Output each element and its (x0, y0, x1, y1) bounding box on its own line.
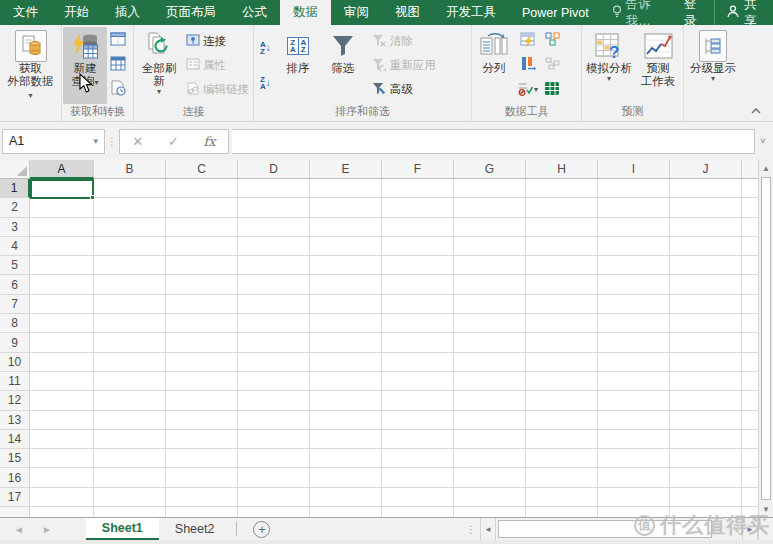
cell-H11[interactable] (526, 372, 598, 391)
cell-G16[interactable] (454, 468, 526, 487)
cell-J1[interactable] (670, 179, 742, 198)
menu-tab-page-layout[interactable]: 页面布局 (153, 0, 229, 25)
column-header-I[interactable]: I (598, 160, 670, 179)
cell-F12[interactable] (382, 391, 454, 410)
cell-H14[interactable] (526, 430, 598, 449)
cell-B2[interactable] (94, 198, 166, 217)
cell-I5[interactable] (598, 256, 670, 275)
fill-handle[interactable] (90, 195, 95, 200)
cell-G15[interactable] (454, 449, 526, 468)
cell-C15[interactable] (166, 449, 238, 468)
cell-H15[interactable] (526, 449, 598, 468)
sheet-tab-sheet1[interactable]: Sheet1 (86, 518, 159, 540)
cell-H16[interactable] (526, 468, 598, 487)
cell-H[interactable] (526, 507, 598, 517)
cell-B4[interactable] (94, 237, 166, 256)
cell-C[interactable] (166, 507, 238, 517)
cell-I3[interactable] (598, 218, 670, 237)
share-button[interactable]: 共享 (714, 0, 773, 25)
cell-E8[interactable] (310, 314, 382, 333)
cell-F15[interactable] (382, 449, 454, 468)
cell-C2[interactable] (166, 198, 238, 217)
cell-D7[interactable] (238, 295, 310, 314)
cell-B17[interactable] (94, 488, 166, 507)
collapse-ribbon-button[interactable] (747, 104, 765, 118)
row-header-1[interactable]: 1 (0, 179, 30, 198)
cell-I14[interactable] (598, 430, 670, 449)
cell-C11[interactable] (166, 372, 238, 391)
cell-J11[interactable] (670, 372, 742, 391)
cell-I17[interactable] (598, 488, 670, 507)
filter-button[interactable]: 筛选 (320, 27, 366, 104)
cell-A16[interactable] (30, 468, 94, 487)
row-header-9[interactable]: 9 (0, 333, 30, 352)
cell-G14[interactable] (454, 430, 526, 449)
cell-G17[interactable] (454, 488, 526, 507)
cell-D11[interactable] (238, 372, 310, 391)
formula-bar-handle[interactable]: ⋮ (105, 136, 119, 147)
vertical-scrollbar[interactable]: ▲ ▼ (758, 160, 773, 517)
cell-G4[interactable] (454, 237, 526, 256)
cell-E13[interactable] (310, 411, 382, 430)
data-validation-button[interactable]: ▾ (516, 81, 540, 99)
menu-tab-data[interactable]: 数据 (280, 0, 331, 25)
menu-tab-home[interactable]: 开始 (51, 0, 102, 25)
cell-D9[interactable] (238, 333, 310, 352)
column-header-E[interactable]: E (310, 160, 382, 179)
cell-A8[interactable] (30, 314, 94, 333)
cell-J4[interactable] (670, 237, 742, 256)
cell-G[interactable] (454, 507, 526, 517)
cell-C7[interactable] (166, 295, 238, 314)
cell-H13[interactable] (526, 411, 598, 430)
cell-H10[interactable] (526, 353, 598, 372)
horizontal-scrollbar[interactable] (496, 518, 742, 540)
cell-F9[interactable] (382, 333, 454, 352)
column-header-H[interactable]: H (526, 160, 598, 179)
reapply-filter-button[interactable]: 重新应用 (370, 55, 438, 75)
column-header-B[interactable]: B (94, 160, 166, 179)
cell-F11[interactable] (382, 372, 454, 391)
cell-E9[interactable] (310, 333, 382, 352)
cell-F4[interactable] (382, 237, 454, 256)
cell-A9[interactable] (30, 333, 94, 352)
cell-H17[interactable] (526, 488, 598, 507)
cell-B5[interactable] (94, 256, 166, 275)
cell-G10[interactable] (454, 353, 526, 372)
row-header-6[interactable]: 6 (0, 275, 30, 294)
cell-D10[interactable] (238, 353, 310, 372)
cell-C14[interactable] (166, 430, 238, 449)
cell-A11[interactable] (30, 372, 94, 391)
row-header-14[interactable]: 14 (0, 430, 30, 449)
cell-I10[interactable] (598, 353, 670, 372)
cell-A5[interactable] (30, 256, 94, 275)
cell-B16[interactable] (94, 468, 166, 487)
column-header-F[interactable]: F (382, 160, 454, 179)
what-if-analysis-button[interactable]: ? 模拟分析 ▾ (583, 27, 635, 104)
column-header-A[interactable]: A (30, 160, 94, 179)
row-header-4[interactable]: 4 (0, 237, 30, 256)
cell-H5[interactable] (526, 256, 598, 275)
outline-button[interactable]: 分级显示 ▾ (687, 27, 739, 104)
advanced-filter-button[interactable]: 高级 (370, 80, 415, 100)
cell-F2[interactable] (382, 198, 454, 217)
cell-A4[interactable] (30, 237, 94, 256)
sort-za-button[interactable]: ZA↓ (258, 74, 273, 92)
menu-tab-file[interactable]: 文件 (0, 0, 51, 25)
cell-D4[interactable] (238, 237, 310, 256)
scroll-up-icon[interactable]: ▲ (759, 160, 773, 176)
name-box[interactable]: A1 ▾ (2, 129, 105, 154)
cell-J14[interactable] (670, 430, 742, 449)
cell-E6[interactable] (310, 275, 382, 294)
cell-D16[interactable] (238, 468, 310, 487)
cell-J10[interactable] (670, 353, 742, 372)
sheet-tab-sheet2[interactable]: Sheet2 (159, 518, 231, 540)
cell-F10[interactable] (382, 353, 454, 372)
cell-G11[interactable] (454, 372, 526, 391)
menu-tab-power-pivot[interactable]: Power Pivot (509, 0, 602, 25)
cell-I7[interactable] (598, 295, 670, 314)
cell-J13[interactable] (670, 411, 742, 430)
clear-filter-button[interactable]: 清除 (370, 31, 415, 51)
row-header-2[interactable]: 2 (0, 198, 30, 217)
column-header-G[interactable]: G (454, 160, 526, 179)
cell-A3[interactable] (30, 218, 94, 237)
